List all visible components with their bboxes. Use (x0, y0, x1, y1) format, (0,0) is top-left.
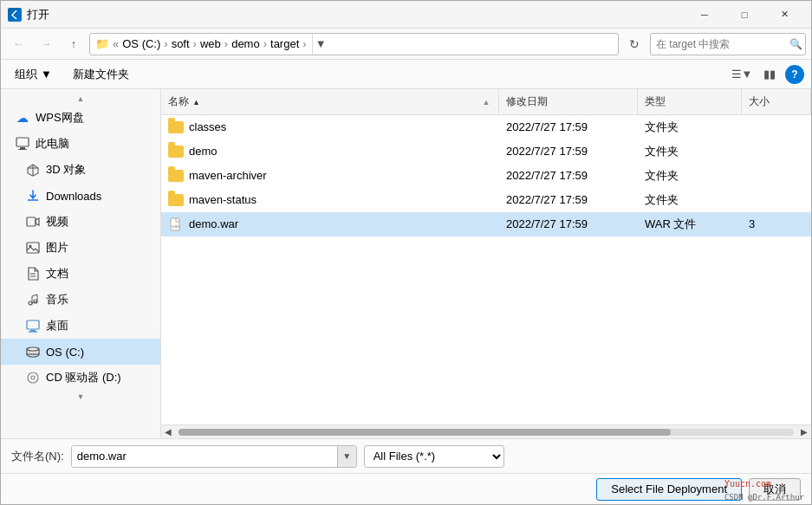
filename-label: 文件名(N): (11, 449, 64, 464)
refresh-button[interactable]: ↻ (622, 32, 646, 56)
file-cell-type: 文件夹 (638, 188, 742, 211)
new-folder-button[interactable]: 新建文件夹 (66, 63, 136, 86)
sidebar-item-music[interactable]: 音乐 (1, 287, 160, 313)
sidebar-item-downloads-label: Downloads (46, 190, 101, 203)
sidebar: ▲ ☁ WPS网盘 此电脑 (1, 89, 161, 438)
filename-input-wrap[interactable]: ▼ (71, 445, 357, 468)
file-cell-size (742, 164, 811, 187)
help-button[interactable]: ? (785, 65, 804, 84)
crumb-soft[interactable]: soft (172, 37, 190, 50)
folder-icon (168, 146, 184, 158)
col-header-name[interactable]: 名称 ▲ (161, 89, 499, 114)
col-header-size[interactable]: 大小 (742, 89, 811, 114)
address-bar-row: ← → ↑ 📁 « OS (C:) › soft › web › demo › … (1, 29, 811, 60)
title-bar: 打开 ─ □ ✕ (1, 1, 811, 29)
file-cell-size (742, 139, 811, 163)
3d-icon (25, 162, 41, 178)
preview-pane-button[interactable]: ▮▮ (757, 63, 782, 86)
sidebar-item-3d[interactable]: 3D 对象 (1, 157, 160, 183)
filename-input[interactable] (72, 446, 337, 467)
file-cell-type: 文件夹 (638, 164, 742, 187)
col-header-type[interactable]: 类型 (638, 89, 742, 114)
file-cell-name: classes (161, 115, 499, 139)
file-cell-size (742, 188, 811, 211)
breadcrumb: 📁 « OS (C:) › soft › web › demo › target… (95, 37, 309, 50)
crumb-web[interactable]: web (200, 37, 221, 50)
filename-dropdown-button[interactable]: ▼ (337, 446, 356, 467)
search-input[interactable] (656, 38, 786, 50)
sidebar-scroll-down[interactable]: ▼ (1, 391, 160, 403)
file-dialog-window: 打开 ─ □ ✕ ← → ↑ 📁 « OS (C:) › soft › web … (0, 0, 812, 505)
file-list: classes 2022/7/27 17:59 文件夹 demo 2022/7/… (161, 115, 811, 424)
watermark-area: Yuucn.com CSDN @Dr.F.Arthur (724, 476, 804, 502)
sidebar-item-cddrive[interactable]: CD 驱动器 (D:) (1, 365, 160, 391)
sidebar-item-wps-label: WPS网盘 (36, 110, 84, 126)
file-cell-date: 2022/7/27 17:59 (499, 115, 638, 139)
osdrive-icon (25, 344, 41, 359)
file-cell-type: 文件夹 (638, 139, 742, 163)
file-cell-date: 2022/7/27 17:59 (499, 164, 638, 187)
file-cell-type: 文件夹 (638, 115, 742, 139)
file-area: ▲ 名称 ▲ 修改日期 类型 大小 (161, 89, 811, 438)
table-row[interactable]: classes 2022/7/27 17:59 文件夹 (161, 115, 811, 139)
sidebar-item-video-label: 视频 (46, 214, 68, 230)
crumb-demo[interactable]: demo (231, 37, 260, 50)
svg-rect-9 (27, 243, 39, 253)
search-box[interactable]: 🔍 (650, 33, 806, 55)
sidebar-item-documents[interactable]: 文档 (1, 261, 160, 287)
table-row[interactable]: maven-status 2022/7/27 17:59 文件夹 (161, 188, 811, 212)
sidebar-item-osdrive[interactable]: OS (C:) (1, 339, 160, 365)
sidebar-item-wps[interactable]: ☁ WPS网盘 (1, 105, 160, 131)
back-button[interactable]: ← (6, 32, 30, 56)
sidebar-item-pictures-label: 图片 (46, 240, 68, 256)
maximize-button[interactable]: □ (724, 1, 764, 29)
up-button[interactable]: ↑ (62, 32, 86, 56)
svg-marker-8 (36, 218, 39, 225)
filetype-select[interactable]: All Files (*.*) (365, 446, 503, 467)
organize-dropdown-icon: ▼ (41, 68, 52, 81)
watermark-author: CSDN @Dr.F.Arthur (724, 493, 804, 502)
sidebar-item-pictures[interactable]: 图片 (1, 235, 160, 261)
crumb-osdrive[interactable]: OS (C:) (122, 37, 160, 50)
sidebar-item-pc[interactable]: 此电脑 (1, 131, 160, 157)
war-file-icon: WAR (168, 217, 184, 232)
svg-point-26 (31, 376, 35, 379)
sidebar-item-downloads[interactable]: Downloads (1, 183, 160, 209)
organize-label: 组织 (15, 67, 37, 82)
table-row[interactable]: WAR demo.war 2022/7/27 17:59 WAR 文件 3 (161, 212, 811, 236)
table-row[interactable]: demo 2022/7/27 17:59 文件夹 (161, 139, 811, 164)
address-dropdown-button[interactable]: ▼ (312, 34, 329, 55)
sort-indicator: ▲ (192, 98, 200, 107)
minimize-button[interactable]: ─ (685, 1, 724, 29)
scroll-right-button[interactable]: ▶ (797, 425, 811, 439)
sidebar-item-video[interactable]: 视频 (1, 209, 160, 235)
horizontal-scrollbar[interactable]: ◀ ▶ (161, 424, 811, 438)
view-mode-button[interactable]: ☰▼ (730, 63, 754, 86)
svg-rect-7 (27, 217, 36, 226)
close-button[interactable]: ✕ (764, 1, 804, 29)
file-cell-size: 3 (742, 212, 811, 236)
scroll-track[interactable] (179, 429, 794, 436)
sidebar-item-desktop[interactable]: 桌面 (1, 313, 160, 339)
window-title: 打开 (27, 7, 685, 23)
col-header-date[interactable]: 修改日期 (499, 89, 638, 114)
watermark-text: Yuucn.com (724, 479, 771, 489)
folder-icon (168, 170, 184, 182)
documents-icon (25, 266, 41, 282)
sidebar-item-osdrive-label: OS (C:) (46, 346, 84, 359)
file-cell-name: maven-archiver (161, 164, 499, 187)
scroll-left-button[interactable]: ◀ (161, 425, 175, 439)
file-cell-name: maven-status (161, 188, 499, 211)
desktop-icon (25, 318, 41, 333)
scroll-thumb[interactable] (179, 429, 671, 436)
organize-button[interactable]: 组织 ▼ (8, 63, 59, 86)
open-button[interactable]: Select File Deployment (596, 478, 742, 501)
sidebar-scroll-up[interactable]: ▲ (1, 93, 160, 105)
crumb-target[interactable]: target (270, 37, 299, 50)
table-row[interactable]: maven-archiver 2022/7/27 17:59 文件夹 (161, 164, 811, 188)
forward-button[interactable]: → (34, 32, 58, 56)
filetype-select-wrap[interactable]: All Files (*.*) (364, 445, 504, 468)
filename-bar: 文件名(N): ▼ All Files (*.*) (1, 438, 811, 473)
svg-rect-19 (27, 320, 39, 329)
address-bar[interactable]: 📁 « OS (C:) › soft › web › demo › target… (89, 33, 619, 55)
